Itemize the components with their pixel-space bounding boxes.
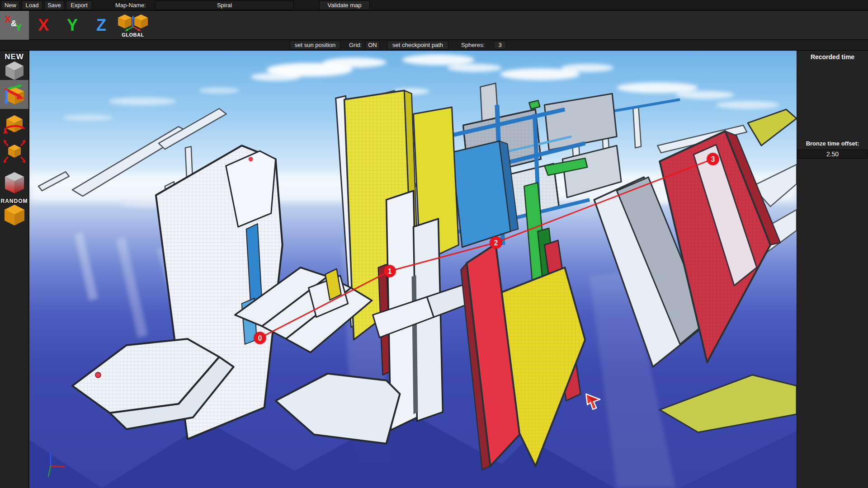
move-tool[interactable] xyxy=(0,83,28,109)
viewport-3d[interactable]: 0123 xyxy=(29,51,797,488)
scale-tool-icon xyxy=(2,138,27,164)
map-name-input[interactable] xyxy=(155,0,294,10)
spheres-label: Spheres: xyxy=(461,40,485,50)
xy-x-letter: X xyxy=(5,14,11,25)
checkpoint-marker-3[interactable]: 3 xyxy=(707,153,719,165)
axis-xy-glyph: X & Y xyxy=(4,15,25,35)
new-button[interactable]: New xyxy=(1,0,20,10)
rotate-tool[interactable] xyxy=(0,113,28,140)
random-cube-icon xyxy=(3,203,26,227)
grid-toggle-button[interactable]: ON xyxy=(365,41,380,50)
global-mode-button[interactable]: GLOBAL xyxy=(114,11,152,40)
axis-xy-button[interactable]: X & Y xyxy=(0,11,29,40)
axis-toolbar: X & Y X Y Z xyxy=(0,11,868,40)
timing-panel: Recorded time Bronze time offset: xyxy=(797,51,868,488)
spheres-value[interactable]: 3 xyxy=(494,41,506,50)
load-button[interactable]: Load xyxy=(22,0,42,10)
xy-y-letter: Y xyxy=(15,22,22,33)
map-name-label: Map-Name: xyxy=(115,0,146,10)
save-button[interactable]: Save xyxy=(44,0,64,10)
export-button[interactable]: Export xyxy=(66,0,92,10)
axis-z-letter: Z xyxy=(96,16,106,35)
random-block-tool[interactable] xyxy=(0,203,28,229)
grid-label: Grid: xyxy=(349,40,362,50)
map-editor-app: New Load Save Export Map-Name: Validate … xyxy=(0,0,868,488)
new-block-tool[interactable] xyxy=(0,60,28,83)
paint-cube-icon xyxy=(3,171,26,196)
paint-tool[interactable] xyxy=(0,171,28,198)
move-tool-icon xyxy=(2,83,27,107)
checkpoint-marker-1[interactable]: 1 xyxy=(384,265,396,277)
scene-render xyxy=(29,51,797,488)
set-sun-position-button[interactable]: set sun position xyxy=(290,41,340,50)
checkpoint-marker-0[interactable]: 0 xyxy=(254,332,266,344)
recorded-time-label: Recorded time xyxy=(797,53,868,61)
scale-tool[interactable] xyxy=(0,138,28,166)
axis-z-button[interactable]: Z xyxy=(87,11,116,40)
new-cube-icon xyxy=(4,60,25,81)
global-label: GLOBAL xyxy=(122,32,144,38)
tool-sidebar: NEW xyxy=(0,51,28,488)
axis-y-letter: Y xyxy=(67,16,78,35)
global-cubes-icon xyxy=(117,13,149,33)
options-bar: set sun position Grid: ON set checkpoint… xyxy=(0,40,868,51)
menu-bar: New Load Save Export Map-Name: Validate … xyxy=(0,0,868,10)
set-checkpoint-path-button[interactable]: set checkpoint path xyxy=(387,41,448,50)
rotate-tool-icon xyxy=(2,113,27,138)
axis-x-letter: X xyxy=(38,16,49,35)
validate-map-button[interactable]: Validate map xyxy=(319,0,370,10)
checkpoint-marker-2[interactable]: 2 xyxy=(490,237,502,249)
bronze-offset-input[interactable] xyxy=(797,150,868,159)
axis-x-button[interactable]: X xyxy=(29,11,58,40)
bronze-offset-label: Bronze time offset: xyxy=(797,140,868,147)
axis-y-button[interactable]: Y xyxy=(58,11,87,40)
